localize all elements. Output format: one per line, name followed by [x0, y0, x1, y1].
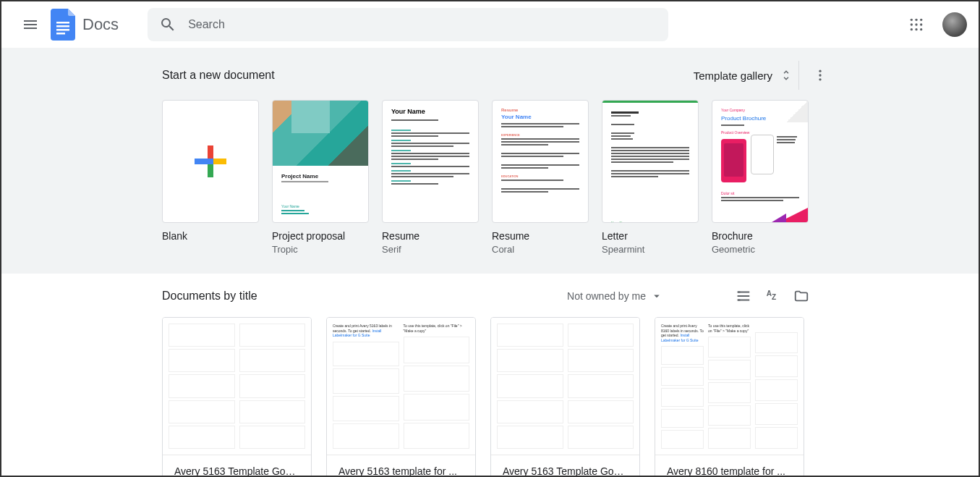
document-card[interactable]: Avery 5163 Template Goo...	[490, 317, 640, 477]
documents-header: Documents by title Not owned by me AZ	[162, 288, 809, 304]
template-subtitle: Coral	[492, 243, 589, 256]
svg-point-15	[819, 78, 821, 80]
google-apps-button[interactable]	[902, 10, 931, 39]
svg-rect-18	[208, 164, 213, 177]
account-avatar[interactable]	[942, 12, 967, 37]
ownership-filter-label: Not owned by me	[567, 290, 646, 302]
svg-point-14	[819, 74, 821, 76]
template-gallery-label: Template gallery	[694, 69, 772, 82]
svg-point-9	[920, 23, 922, 25]
template-title: Brochure	[712, 229, 809, 243]
svg-rect-17	[213, 159, 226, 164]
thumb-heading: Project Name	[281, 173, 359, 180]
document-card[interactable]: Avery 5163 Template Goo...	[162, 317, 312, 477]
thumb-signature: Your Name	[611, 221, 689, 223]
unfold-icon	[780, 69, 793, 82]
document-name: Avery 5163 Template Goo...	[163, 455, 311, 477]
svg-point-4	[911, 19, 913, 21]
document-name: Avery 5163 Template Goo...	[491, 455, 639, 477]
template-more-button[interactable]	[798, 61, 827, 90]
template-header: Start a new document Template gallery	[162, 61, 827, 90]
main-menu-button[interactable]	[13, 7, 48, 42]
svg-point-7	[911, 23, 913, 25]
document-name: Avery 8160 template for ...	[655, 455, 804, 477]
search-icon	[159, 16, 176, 33]
svg-rect-2	[56, 29, 69, 31]
template-resume-coral[interactable]: Resume Your Name EXPERIENCE EDUCATION	[492, 100, 589, 256]
docs-icon	[51, 9, 77, 41]
documents-section: Documents by title Not owned by me AZ Av…	[162, 274, 809, 477]
svg-point-11	[915, 28, 917, 30]
thumb-heading: Your Name	[501, 114, 579, 120]
start-new-doc-label: Start a new document	[162, 69, 275, 82]
template-resume-serif[interactable]: Your Name Resume Serif	[382, 100, 479, 256]
list-view-icon[interactable]	[736, 288, 751, 304]
template-title: Letter	[602, 229, 699, 243]
app-logo[interactable]: Docs	[51, 9, 119, 41]
dropdown-icon	[650, 290, 663, 303]
documents-title: Documents by title	[162, 290, 257, 303]
search-input[interactable]	[188, 18, 657, 31]
svg-point-8	[915, 23, 917, 25]
template-subtitle: Tropic	[272, 243, 369, 256]
template-title: Resume	[492, 229, 589, 243]
template-blank[interactable]: Blank	[162, 100, 259, 256]
sort-az-icon[interactable]: AZ	[764, 288, 780, 304]
svg-point-10	[911, 28, 913, 30]
template-letter[interactable]: Your Name Letter Spearmint	[602, 100, 699, 256]
document-card[interactable]: Create and print Avery 5163 labels in se…	[326, 317, 476, 477]
thumb-footer: Your Name	[281, 204, 359, 208]
document-card[interactable]: Create and print Avery 8160 labels in se…	[655, 317, 804, 477]
thumb-label: Resume	[501, 108, 579, 112]
svg-rect-20	[208, 159, 213, 164]
template-subtitle: Spearmint	[602, 243, 699, 256]
document-name: Avery 5163 template for ...	[327, 455, 475, 477]
svg-point-12	[920, 28, 922, 30]
header-right	[902, 10, 967, 39]
template-subtitle: Geometric	[712, 243, 809, 256]
template-section: Start a new document Template gallery	[1, 48, 979, 274]
folder-icon[interactable]	[793, 288, 809, 304]
svg-point-6	[920, 19, 922, 21]
svg-rect-1	[56, 25, 69, 28]
svg-point-13	[819, 70, 821, 72]
docs-view-controls: AZ	[736, 288, 809, 304]
svg-rect-16	[208, 145, 213, 159]
app-header: Docs	[1, 1, 979, 48]
svg-point-5	[915, 19, 917, 21]
more-vert-icon	[813, 68, 827, 83]
svg-rect-19	[195, 159, 208, 164]
template-gallery-button[interactable]: Template gallery	[694, 69, 793, 82]
plus-icon	[195, 145, 226, 177]
svg-text:Z: Z	[772, 293, 776, 301]
template-title: Resume	[382, 229, 479, 243]
search-bar[interactable]	[148, 8, 668, 41]
template-brochure[interactable]: Your Company Product Brochure Product Ov…	[712, 100, 809, 256]
template-title: Blank	[162, 229, 259, 243]
thumb-heading: Your Name	[391, 108, 469, 115]
template-subtitle: Serif	[382, 243, 479, 256]
apps-grid-icon	[909, 17, 924, 32]
template-title: Project proposal	[272, 229, 369, 243]
ownership-filter[interactable]: Not owned by me	[567, 290, 663, 303]
svg-rect-0	[56, 22, 69, 24]
app-name: Docs	[82, 15, 119, 34]
template-row: Blank Project Name Your Name Project pro…	[162, 100, 827, 256]
documents-grid: Avery 5163 Template Goo... Create and pr…	[162, 317, 809, 477]
svg-rect-3	[56, 33, 65, 35]
template-project-proposal[interactable]: Project Name Your Name Project proposal …	[272, 100, 369, 256]
hamburger-icon	[22, 16, 39, 33]
